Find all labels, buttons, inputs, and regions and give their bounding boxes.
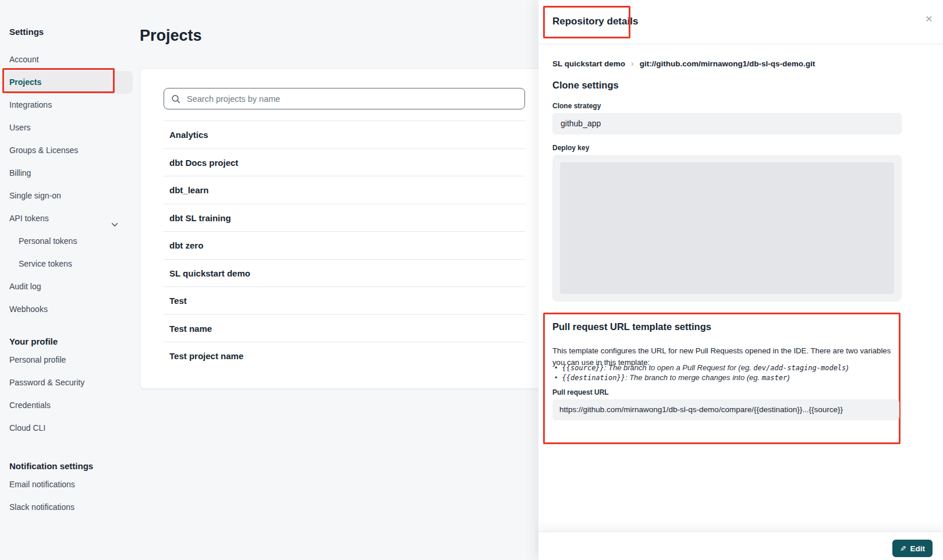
annotation-box-pr-template: Pull request URL template settings This … <box>543 313 901 444</box>
project-row-dbt-sl-training[interactable]: dbt SL training <box>164 204 525 232</box>
project-row-test-project-name[interactable]: Test project name <box>164 342 525 370</box>
search-box[interactable] <box>164 88 525 109</box>
edit-button-label: Edit <box>910 544 926 553</box>
sidebar-item-slack-notifications[interactable]: Slack notifications <box>0 496 140 519</box>
sidebar-item-audit-log[interactable]: Audit log <box>0 275 140 298</box>
sidebar-heading-your-profile: Your profile <box>9 335 140 349</box>
project-row-test[interactable]: Test <box>164 286 525 314</box>
pr-template-heading: Pull request URL template settings <box>552 321 711 332</box>
sidebar-item-projects[interactable]: Projects <box>5 71 133 94</box>
sidebar-item-groups-licenses[interactable]: Groups & Licenses <box>0 139 140 162</box>
panel-title: Repository details <box>552 16 638 27</box>
pr-template-variable: {{destination}}: The branch to merge cha… <box>554 373 849 383</box>
annotation-box-sidebar-projects <box>2 68 115 93</box>
deploy-key-redacted-value <box>560 162 894 294</box>
edit-button[interactable]: ✎ Edit <box>892 540 933 557</box>
breadcrumb-repo-url: git://github.com/mirnawong1/db-sl-qs-dem… <box>640 59 815 68</box>
pr-url-field: https://github.com/mirnawong1/db-sl-qs-d… <box>552 399 899 420</box>
sidebar-item-personal-profile[interactable]: Personal profile <box>0 349 140 371</box>
variable-suffix: ) <box>787 373 789 382</box>
variable-example: master <box>762 374 787 382</box>
project-row-sl-quickstart-demo[interactable]: SL quickstart demo <box>164 259 525 287</box>
variable-example: dev/add-staging-models <box>753 364 846 372</box>
projects-card: Analyticsdbt Docs projectdbt_learndbt SL… <box>140 68 588 389</box>
close-icon[interactable]: × <box>922 12 936 26</box>
sidebar-item-password-security[interactable]: Password & Security <box>0 371 140 394</box>
clone-settings-heading: Clone settings <box>552 80 619 91</box>
variable-code: {{source}} <box>562 364 604 372</box>
variable-suffix: ) <box>846 363 848 372</box>
sidebar-item-account[interactable]: Account <box>0 48 140 71</box>
project-row-dbt-docs-project[interactable]: dbt Docs project <box>164 148 525 176</box>
breadcrumb: SL quickstart demo › git://github.com/mi… <box>552 59 815 68</box>
sidebar-item-single-sign-on[interactable]: Single sign-on <box>0 185 140 207</box>
sidebar-item-email-notifications[interactable]: Email notifications <box>0 473 140 496</box>
pencil-icon: ✎ <box>900 544 906 553</box>
sidebar-title: Settings <box>9 27 140 37</box>
sidebar-item-integrations[interactable]: Integrations <box>0 94 140 116</box>
clone-strategy-label: Clone strategy <box>552 102 601 110</box>
variable-code: {{destination}} <box>562 374 625 382</box>
variable-description: : The branch to merge changes into (eg. <box>625 373 762 382</box>
project-list: Analyticsdbt Docs projectdbt_learndbt SL… <box>164 120 525 370</box>
project-row-dbt-zero[interactable]: dbt zero <box>164 231 525 259</box>
page-title: Projects <box>140 27 202 45</box>
breadcrumb-project: SL quickstart demo <box>552 59 625 68</box>
variable-description: : The branch to open a Pull Request for … <box>604 363 754 372</box>
project-row-test-name[interactable]: Test name <box>164 314 525 342</box>
chevron-down-icon[interactable] <box>111 215 119 223</box>
deploy-key-label: Deploy key <box>552 144 589 152</box>
search-icon <box>171 94 180 104</box>
panel-body: SL quickstart demo › git://github.com/mi… <box>538 44 943 531</box>
panel-footer: ✎ Edit <box>538 531 943 560</box>
sidebar-item-service-tokens[interactable]: Service tokens <box>0 253 140 275</box>
pr-template-variables: {{source}}: The branch to open a Pull Re… <box>554 363 849 382</box>
sidebar-item-users[interactable]: Users <box>0 116 140 139</box>
pr-template-variable: {{source}}: The branch to open a Pull Re… <box>554 363 849 373</box>
sidebar-item-cloud-cli[interactable]: Cloud CLI <box>0 417 140 440</box>
sidebar-item-billing[interactable]: Billing <box>0 162 140 185</box>
search-input[interactable] <box>186 94 517 104</box>
settings-sidebar: Settings AccountProjectsIntegrationsUser… <box>0 0 140 519</box>
pr-url-label: Pull request URL <box>552 388 609 396</box>
deploy-key-field <box>552 155 902 302</box>
repository-details-panel: Repository details × SL quickstart demo … <box>538 0 943 560</box>
chevron-right-icon: › <box>631 59 634 68</box>
sidebar-item-personal-tokens[interactable]: Personal tokens <box>0 230 140 253</box>
sidebar-item-webhooks[interactable]: Webhooks <box>0 298 140 321</box>
panel-header: Repository details × <box>538 0 943 44</box>
sidebar-heading-notification-settings: Notification settings <box>9 459 140 473</box>
sidebar-nav: AccountProjectsIntegrationsUsersGroups &… <box>0 48 140 519</box>
clone-strategy-field: github_app <box>552 113 902 134</box>
sidebar-item-credentials[interactable]: Credentials <box>0 394 140 417</box>
project-row-dbt-learn[interactable]: dbt_learn <box>164 176 525 204</box>
sidebar-item-api-tokens[interactable]: API tokens <box>0 207 140 230</box>
project-row-analytics[interactable]: Analytics <box>164 120 525 148</box>
